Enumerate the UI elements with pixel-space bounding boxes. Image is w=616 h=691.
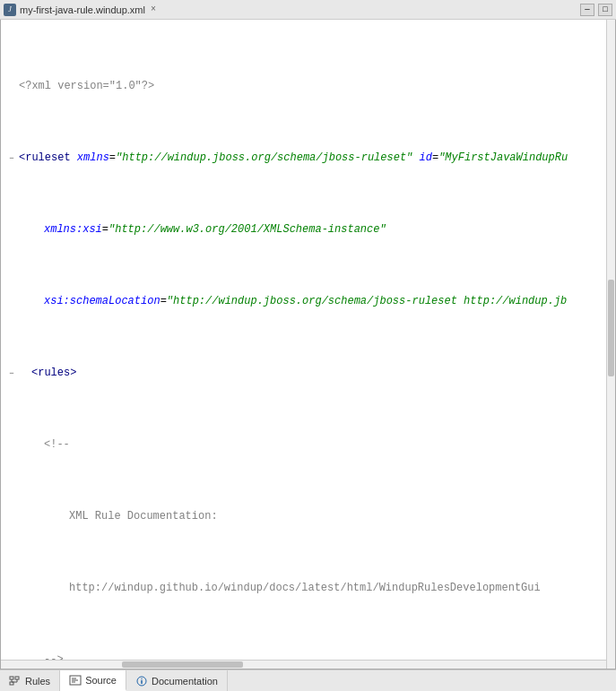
source-icon: [69, 675, 82, 686]
title-bar: J my-first-java-rule.windup.xml × — □: [0, 0, 616, 20]
editor-area: <?xml version="1.0"?> − <ruleset xmlns="…: [0, 20, 616, 669]
tab-label: my-first-java-rule.windup.xml: [20, 4, 145, 15]
scrollbar-thumb-v[interactable]: [608, 280, 614, 377]
code-line: − <ruleset xmlns="http://windup.jboss.or…: [4, 151, 603, 165]
code-line: <!--: [4, 437, 603, 452]
tab-close-button[interactable]: ×: [149, 4, 158, 14]
code-line: XML Rule Documentation:: [4, 509, 603, 523]
rules-icon: [9, 676, 22, 687]
tab-rules[interactable]: Rules: [0, 670, 60, 691]
tab-documentation[interactable]: Documentation: [126, 670, 228, 691]
code-line: xsi:schemaLocation="http://windup.jboss.…: [4, 294, 603, 308]
tab-documentation-label: Documentation: [152, 676, 218, 687]
tab-source[interactable]: Source: [60, 670, 126, 691]
vertical-scrollbar[interactable]: [606, 20, 615, 669]
code-container: <?xml version="1.0"?> − <ruleset xmlns="…: [1, 20, 615, 669]
minimize-button[interactable]: —: [580, 4, 594, 16]
tab-rules-label: Rules: [25, 676, 50, 687]
doc-icon: [135, 676, 148, 687]
code-lines: <?xml version="1.0"?> − <ruleset xmlns="…: [1, 20, 606, 669]
code-line: <?xml version="1.0"?>: [4, 79, 603, 93]
code-line: − <rules>: [4, 366, 603, 380]
gutter-2[interactable]: −: [4, 151, 19, 166]
code-line: xmlns:xsi="http://www.w3.org/2001/XMLSch…: [4, 222, 603, 237]
bottom-tab-bar: Rules Source Documentation: [0, 669, 616, 691]
svg-rect-0: [10, 677, 13, 679]
maximize-button[interactable]: □: [598, 4, 612, 16]
svg-point-12: [141, 678, 142, 678]
horizontal-scrollbar[interactable]: [1, 660, 606, 669]
scrollbar-thumb-h[interactable]: [122, 661, 243, 668]
code-line: http://windup.github.io/windup/docs/late…: [4, 581, 603, 595]
window-controls: — □: [580, 4, 612, 16]
gutter-5[interactable]: −: [4, 366, 19, 381]
tab-area: J my-first-java-rule.windup.xml ×: [4, 4, 158, 16]
code-scroll[interactable]: <?xml version="1.0"?> − <ruleset xmlns="…: [1, 20, 615, 669]
file-type-icon: J: [4, 4, 16, 16]
tab-source-label: Source: [85, 675, 117, 686]
svg-rect-1: [15, 677, 19, 679]
